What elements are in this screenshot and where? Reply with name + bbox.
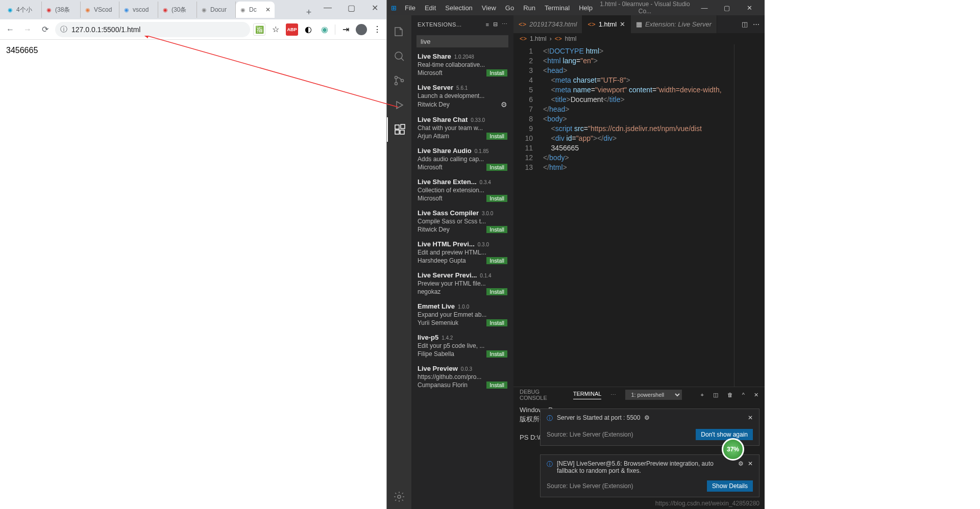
translate-icon[interactable]: 🈯 [253, 23, 265, 36]
close-panel-icon[interactable]: ✕ [754, 392, 758, 398]
install-button[interactable]: Install [486, 226, 507, 233]
manage-gear-icon[interactable]: ⚙ [501, 100, 507, 109]
extension-item[interactable]: live-p51.4.2Edit your p5 code live, ...F… [411, 330, 513, 362]
browser-tab[interactable]: ◉Dc✕ [236, 2, 275, 18]
kill-terminal-icon[interactable]: 🗑 [727, 392, 733, 398]
browser-tab[interactable]: ◉VScod [81, 2, 119, 18]
extensions-icon[interactable] [387, 117, 411, 142]
vscode-menubar: FileEditSelectionViewGoRunTerminalHelp [401, 2, 597, 14]
install-button[interactable]: Install [486, 164, 507, 171]
speed-indicator[interactable]: 37% [722, 438, 744, 461]
address-bar[interactable]: ⓘ 127.0.0.1:5500/1.html [55, 22, 250, 37]
extension-item[interactable]: Live Sass Compiler3.0.0Compile Sass or S… [411, 206, 513, 237]
menu-terminal[interactable]: Terminal [541, 2, 574, 14]
editor-tab[interactable]: ▦Extension: Live Server [631, 15, 717, 33]
notification-gear-icon[interactable]: ⚙ [644, 414, 650, 421]
info-icon: ⓘ [547, 414, 553, 423]
split-editor-icon[interactable]: ◫ [742, 20, 748, 28]
extension-item[interactable]: Emmet Live1.0.0Expand your Emmet ab...Yu… [411, 299, 513, 330]
extension-item[interactable]: Live Share Chat0.33.0Chat with your team… [411, 113, 513, 144]
readinglist-icon[interactable]: ⇥ [339, 23, 352, 36]
scm-icon[interactable] [387, 68, 411, 93]
browser-tab[interactable]: ◉Docur [197, 2, 236, 18]
notification-close-icon[interactable]: ✕ [748, 460, 753, 467]
explorer-icon[interactable] [387, 19, 411, 44]
close-button[interactable]: ✕ [363, 0, 386, 15]
tab-terminal[interactable]: TERMINAL [573, 391, 602, 399]
extension-item[interactable]: Live Share Exten...0.3.4Collection of ex… [411, 175, 513, 206]
editor-tab[interactable]: <>1.html✕ [582, 15, 631, 33]
favicon: ◉ [239, 6, 247, 14]
extension-item[interactable]: Live Preview0.0.3https://github.com/pro.… [411, 362, 513, 393]
extension-search-input[interactable]: live [416, 35, 508, 47]
code-editor[interactable]: 12345678910111213 <!DOCTYPE html><html l… [513, 44, 765, 387]
filter-icon[interactable]: ≡ [486, 21, 489, 28]
clear-icon[interactable]: ⊟ [493, 21, 498, 28]
extension-icon-1[interactable]: ◐ [302, 23, 314, 36]
menu-icon[interactable]: ⋮ [371, 23, 383, 36]
browser-tab[interactable]: ◉(38条 [42, 2, 81, 18]
install-button[interactable]: Install [486, 288, 507, 295]
menu-edit[interactable]: Edit [421, 2, 440, 14]
info-icon[interactable]: ⓘ [60, 25, 67, 34]
svg-point-9 [398, 495, 401, 498]
debug-icon[interactable] [387, 93, 411, 117]
vscode-window: ⊞ FileEditSelectionViewGoRunTerminalHelp… [387, 0, 765, 509]
more-actions-icon[interactable]: ⋯ [753, 20, 760, 28]
split-terminal-icon[interactable]: ◫ [713, 392, 718, 398]
browser-tab[interactable]: ◉vscod [119, 2, 158, 18]
show-details-button[interactable]: Show Details [707, 480, 753, 492]
extension-item[interactable]: Live Server Previ...0.1.4Preview your HT… [411, 268, 513, 299]
menu-view[interactable]: View [478, 2, 500, 14]
maximize-panel-icon[interactable]: ^ [742, 392, 745, 398]
code-content[interactable]: <!DOCTYPE html><html lang="en"><head> <m… [539, 44, 734, 387]
menu-go[interactable]: Go [501, 2, 518, 14]
profile-icon[interactable] [356, 24, 367, 35]
new-terminal-icon[interactable]: + [700, 392, 703, 398]
install-button[interactable]: Install [486, 195, 507, 202]
install-button[interactable]: Install [486, 69, 507, 77]
install-button[interactable]: Install [486, 319, 507, 326]
browser-tab[interactable]: ◉4个小 [3, 2, 42, 18]
vscode-maximize[interactable]: ▢ [716, 0, 738, 15]
extension-item[interactable]: Live Server5.6.1Launch a development...R… [411, 81, 513, 113]
bookmark-icon[interactable]: ☆ [270, 23, 282, 36]
extension-item[interactable]: Live Share Audio0.1.85Adds audio calling… [411, 144, 513, 175]
settings-gear-icon[interactable] [387, 485, 411, 509]
more-icon[interactable]: ⋯ [502, 21, 507, 28]
notification-gear-icon[interactable]: ⚙ [738, 460, 744, 467]
editor-tab[interactable]: <>201917343.html [513, 15, 582, 33]
vscode-close[interactable]: ✕ [738, 0, 761, 15]
extension-item[interactable]: Live Share1.0.2048Real-time collaborativ… [411, 49, 513, 81]
dont-show-again-button[interactable]: Don't show again [696, 429, 753, 440]
minimize-button[interactable]: — [316, 0, 339, 15]
maximize-button[interactable]: ▢ [339, 0, 363, 15]
install-button[interactable]: Install [486, 133, 507, 140]
breadcrumbs[interactable]: <> 1.html › <> html [513, 33, 765, 44]
install-button[interactable]: Install [486, 257, 507, 264]
menu-file[interactable]: File [401, 2, 420, 14]
vscode-minimize[interactable]: — [693, 0, 716, 15]
svg-rect-8 [401, 124, 405, 129]
reload-button[interactable]: ⟳ [38, 22, 52, 37]
notification-close-icon[interactable]: ✕ [748, 414, 753, 421]
menu-selection[interactable]: Selection [441, 2, 476, 14]
minimap[interactable] [734, 44, 765, 387]
new-tab-button[interactable]: + [302, 5, 316, 19]
extension-item[interactable]: Live HTML Previ...0.3.0Edit and preview … [411, 237, 513, 268]
abp-icon[interactable]: ABP [286, 23, 298, 36]
panel-more-icon[interactable]: ⋯ [610, 392, 616, 398]
search-icon[interactable] [387, 44, 411, 68]
install-button[interactable]: Install [486, 381, 507, 389]
back-button[interactable]: ← [3, 22, 17, 37]
tab-close-icon[interactable]: ✕ [620, 20, 625, 28]
browser-tab[interactable]: ◉(30条 [158, 2, 197, 18]
tab-debug-console[interactable]: DEBUG CONSOLE [520, 389, 564, 401]
menu-run[interactable]: Run [519, 2, 540, 14]
extension-icon-2[interactable]: ◉ [318, 23, 331, 36]
menu-help[interactable]: Help [575, 2, 597, 14]
install-button[interactable]: Install [486, 350, 507, 358]
forward-button[interactable]: → [20, 22, 35, 37]
tab-close-icon[interactable]: ✕ [264, 6, 272, 13]
shell-selector[interactable]: 1: powershell [625, 390, 682, 400]
